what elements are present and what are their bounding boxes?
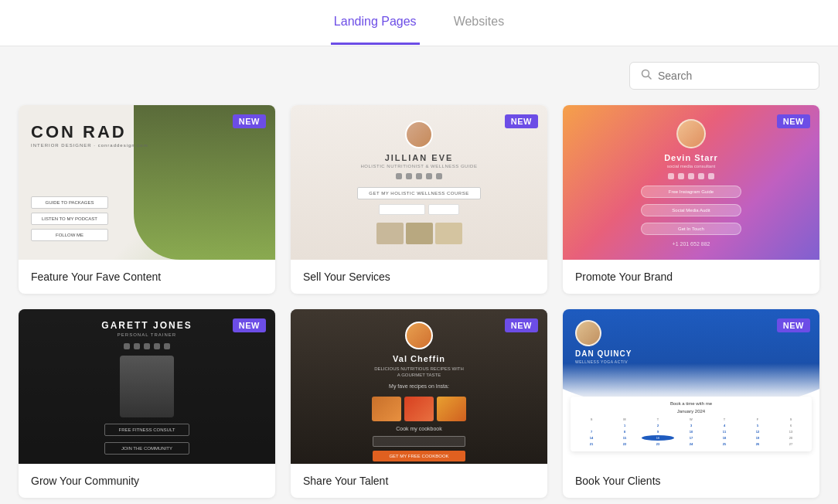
preview-calendar-dan: Book a time with me January 2024 SMTWTFS… [571, 397, 812, 451]
search-icon [641, 69, 652, 83]
preview-btn3: FOLLOW ME [31, 229, 108, 241]
preview-food-row-val [372, 397, 466, 421]
preview-inputs-jillian [379, 204, 459, 215]
tab-websites[interactable]: Websites [451, 1, 508, 45]
card-label-booking: Book Your Clients [563, 464, 819, 498]
card-thumbnail-fitness: GARETT JONES PERSONAL TRAINER FREE FITNE… [19, 309, 275, 464]
card-cookbook[interactable]: Val Cheffin DELICIOUS NUTRITIOUS RECIPES… [291, 309, 547, 498]
main-content: CON RAD INTERIOR DESIGNER · conraddesign… [0, 46, 838, 504]
preview-sub-garett: PERSONAL TRAINER [118, 332, 176, 337]
preview-cal-title: Book a time with me [575, 401, 807, 406]
card-thumbnail-cookbook: Val Cheffin DELICIOUS NUTRITIOUS RECIPES… [291, 309, 547, 464]
new-badge-promote-brand: NEW [777, 114, 810, 128]
preview-name-val: Val Cheffin [393, 354, 445, 363]
preview-sub-jillian: HOLISTIC NUTRITIONIST & WELLNESS GUIDE [361, 164, 478, 169]
card-feature-fave[interactable]: CON RAD INTERIOR DESIGNER · conraddesign… [19, 105, 275, 294]
preview-btn1: GUIDE TO PACKAGES [31, 196, 108, 209]
card-thumbnail-booking: DAN QUINCY WELLNESS YOGA ACTIV Book a ti… [563, 309, 819, 464]
preview-btn2: LISTEN TO MY PODCAST [31, 213, 108, 225]
preview-cookbook-val: Cook my cookbook [396, 426, 442, 431]
preview-name-conRad: CON RAD [31, 124, 148, 141]
preview-name-jillian: JILLIAN EVE [385, 153, 454, 162]
card-sell-services[interactable]: JILLIAN EVE HOLISTIC NUTRITIONIST & WELL… [291, 105, 547, 294]
card-label-promote-brand: Promote Your Brand [563, 260, 819, 294]
card-label-fitness: Grow Your Community [19, 464, 275, 498]
preview-email-val [373, 436, 465, 447]
tabs-bar: Landing Pages Websites [0, 0, 838, 46]
preview-avatar-val [405, 322, 433, 349]
search-input[interactable] [658, 70, 808, 82]
card-thumbnail-promote-brand: Devin Starr social media consultant Free… [563, 105, 819, 260]
template-grid: CON RAD INTERIOR DESIGNER · conraddesign… [19, 105, 819, 498]
preview-myrecipes-val: My fave recipes on Insta: [389, 383, 449, 389]
preview-name-dan: DAN QUINCY [575, 349, 632, 358]
new-badge-sell-services: NEW [505, 114, 538, 128]
preview-getbtn-val: GET MY FREE COOKBOOK [373, 451, 465, 461]
preview-devin-btn2: Social Media Audit [641, 204, 741, 216]
preview-social-garett [124, 343, 170, 349]
preview-cal-month: January 2024 [575, 409, 807, 414]
card-booking[interactable]: DAN QUINCY WELLNESS YOGA ACTIV Book a ti… [563, 309, 819, 498]
preview-name-devin: Devin Starr [664, 153, 718, 162]
card-fitness[interactable]: GARETT JONES PERSONAL TRAINER FREE FITNE… [19, 309, 275, 498]
card-thumbnail-sell-services: JILLIAN EVE HOLISTIC NUTRITIONIST & WELL… [291, 105, 547, 260]
preview-social-devin [668, 173, 714, 179]
new-badge-feature-fave: NEW [233, 114, 266, 128]
preview-cal-grid: SMTWTFS 123456 78910111213 1415161718192… [575, 417, 807, 447]
svg-line-1 [649, 77, 652, 80]
preview-course-btn: GET MY HOLISTIC WELLNESS COURSE [357, 187, 480, 199]
card-label-feature-fave: Feature Your Fave Content [19, 260, 275, 294]
card-promote-brand[interactable]: Devin Starr social media consultant Free… [563, 105, 819, 294]
preview-garett-btn1: FREE FITNESS CONSULT [104, 424, 189, 436]
tab-landing-pages[interactable]: Landing Pages [331, 1, 420, 45]
preview-person-garett [120, 356, 174, 417]
preview-thumbnails-jillian [376, 223, 462, 244]
preview-devin-phone: +1 201 652 882 [673, 241, 710, 247]
search-row [19, 62, 819, 90]
search-container [629, 62, 819, 90]
preview-avatar-dan [575, 320, 601, 346]
preview-sub-val: DELICIOUS NUTRITIOUS RECIPES WITH A GOUR… [373, 366, 465, 379]
card-label-sell-services: Sell Your Services [291, 260, 547, 294]
preview-garett-btn2: JOIN THE COMMUNITY [104, 442, 189, 455]
card-thumbnail-feature-fave: CON RAD INTERIOR DESIGNER · conraddesign… [19, 105, 275, 260]
preview-avatar-jillian [405, 121, 433, 148]
preview-name-garett: GARETT JONES [101, 320, 192, 331]
preview-devin-btn1: Free Instagram Guide [641, 186, 741, 198]
card-label-cookbook: Share Your Talent [291, 464, 547, 498]
preview-sub-devin: social media consultant [667, 164, 715, 169]
preview-social-jillian [396, 173, 442, 179]
preview-devin-btn3: Get In Touch [641, 223, 741, 235]
preview-sub-conRad: INTERIOR DESIGNER · conraddesign.com [31, 143, 148, 148]
preview-avatar-devin [676, 119, 706, 148]
preview-sub-dan: WELLNESS YOGA ACTIV [575, 359, 628, 364]
